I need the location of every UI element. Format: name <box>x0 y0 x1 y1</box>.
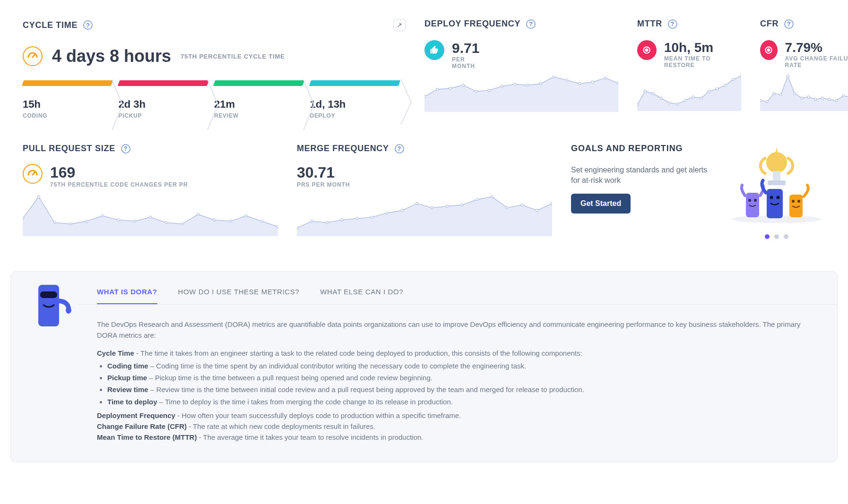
goals-card: GOALS AND REPORTING Set engineering stan… <box>571 144 826 239</box>
tab-0[interactable]: WHAT IS DORA? <box>97 280 157 304</box>
svg-point-37 <box>779 94 782 96</box>
svg-point-12 <box>578 83 580 85</box>
svg-point-96 <box>792 200 795 203</box>
cycle-time-title-text: CYCLE TIME <box>23 20 78 30</box>
help-icon[interactable]: ? <box>668 19 677 29</box>
info-panel: WHAT IS DORA?HOW DO I USE THESE METRICS?… <box>10 271 838 462</box>
svg-rect-88 <box>768 180 786 185</box>
svg-rect-89 <box>746 193 759 217</box>
svg-point-86 <box>766 152 787 173</box>
info-bullet: Pickup time – Pickup time is the time be… <box>107 372 807 383</box>
cycle-time-phases: 15hCODING2d 3hPICKUP21mREVIEW1d, 13hDEPL… <box>23 80 406 123</box>
help-icon[interactable]: ? <box>784 19 794 29</box>
svg-point-74 <box>401 209 403 212</box>
cfr-title: CFR ? <box>760 19 848 29</box>
svg-point-73 <box>386 212 388 214</box>
svg-point-81 <box>506 206 508 209</box>
svg-point-63 <box>229 220 231 222</box>
pr-size-card: PULL REQUEST SIZE ? 169 75TH PERCENTILE … <box>23 144 278 239</box>
svg-point-38 <box>787 75 789 77</box>
svg-point-90 <box>748 199 751 202</box>
svg-point-7 <box>514 83 516 85</box>
cycle-time-value: 4 days 8 hours <box>52 46 171 66</box>
help-icon[interactable]: ? <box>395 144 404 154</box>
svg-point-1 <box>436 88 439 91</box>
svg-point-60 <box>181 223 183 225</box>
svg-point-31 <box>740 75 741 77</box>
info-bullet: Time to deploy – Time to deploy is the t… <box>107 396 807 407</box>
pr-size-title: PULL REQUEST SIZE ? <box>23 144 278 154</box>
svg-point-55 <box>101 214 104 217</box>
svg-point-41 <box>807 96 810 98</box>
phase-coding: 15hCODING <box>23 80 119 123</box>
svg-point-62 <box>213 219 215 221</box>
svg-point-23 <box>676 103 678 105</box>
svg-rect-98 <box>38 285 59 326</box>
svg-point-40 <box>800 97 803 99</box>
info-bullet: Review time – Review time is the time be… <box>107 384 807 395</box>
merge-frequency-value: 30.71 <box>297 164 552 181</box>
svg-point-72 <box>371 216 373 218</box>
mttr-chart <box>637 73 741 111</box>
mttr-title: MTTR ? <box>637 19 741 29</box>
svg-point-84 <box>551 202 552 205</box>
cycle-time-title: CYCLE TIME ? <box>23 20 93 30</box>
expand-icon[interactable]: ↗ <box>393 19 406 31</box>
svg-point-68 <box>311 220 313 222</box>
svg-point-28 <box>716 88 718 90</box>
svg-point-36 <box>773 92 775 94</box>
svg-point-43 <box>821 97 823 99</box>
svg-point-51 <box>37 196 40 198</box>
carousel-dot[interactable] <box>774 234 779 239</box>
cycle-time-subtitle: 75TH PERCENTILE CYCLE TIME <box>181 53 285 60</box>
gauge-icon <box>23 46 43 66</box>
svg-point-27 <box>708 90 710 92</box>
deploy-frequency-chart <box>424 74 618 112</box>
cfr-chart <box>760 73 848 111</box>
info-def: Change Failure Rate (CFR) - The rate at … <box>97 421 807 432</box>
info-definitions: Deployment Frequency - How often your te… <box>97 410 807 443</box>
svg-point-24 <box>684 99 686 102</box>
tab-2[interactable]: WHAT ELSE CAN I DO? <box>320 280 403 304</box>
svg-point-93 <box>770 196 773 199</box>
svg-point-76 <box>431 206 433 209</box>
mascot-icon <box>34 282 73 331</box>
carousel-dot[interactable] <box>765 234 770 239</box>
help-icon[interactable]: ? <box>121 144 130 154</box>
svg-point-77 <box>446 205 448 207</box>
info-def: Deployment Frequency - How often your te… <box>97 410 807 421</box>
tab-1[interactable]: HOW DO I USE THESE METRICS? <box>178 280 300 304</box>
carousel-dot[interactable] <box>784 234 788 239</box>
svg-point-2 <box>449 87 451 89</box>
goals-title: GOALS AND REPORTING <box>571 144 713 154</box>
svg-point-46 <box>842 94 844 97</box>
help-icon[interactable]: ? <box>526 19 536 29</box>
svg-point-0 <box>424 95 426 98</box>
cycle-time-card: CYCLE TIME ? ↗ 4 days 8 hours 75TH PERCE… <box>23 19 406 123</box>
svg-point-15 <box>617 82 618 84</box>
svg-point-25 <box>692 96 694 98</box>
merge-frequency-chart <box>297 194 552 236</box>
svg-point-6 <box>501 85 503 87</box>
svg-point-78 <box>461 204 463 206</box>
svg-point-101 <box>66 308 71 313</box>
svg-point-53 <box>69 223 72 225</box>
svg-point-9 <box>539 83 542 85</box>
svg-point-19 <box>644 90 646 92</box>
svg-point-94 <box>777 196 780 199</box>
svg-point-14 <box>604 77 606 79</box>
info-def: Mean Time to Restore (MTTR) - The averag… <box>97 432 807 443</box>
svg-point-10 <box>553 76 555 78</box>
svg-point-3 <box>462 84 464 86</box>
info-cycle-time-def: Cycle Time - The time it takes from an e… <box>97 348 807 359</box>
goals-description: Set engineering standards and get alerts… <box>571 165 713 186</box>
svg-point-50 <box>23 217 24 220</box>
merge-frequency-card: MERGE FREQUENCY ? 30.71 PRS PER MONTH <box>297 144 552 239</box>
svg-point-67 <box>297 227 298 229</box>
help-icon[interactable]: ? <box>83 20 93 30</box>
get-started-button[interactable]: Get Started <box>571 194 631 214</box>
svg-point-4 <box>475 90 477 93</box>
svg-point-83 <box>536 209 538 212</box>
svg-point-42 <box>814 98 817 101</box>
info-bullets: Coding time – Coding time is the time sp… <box>97 360 807 407</box>
